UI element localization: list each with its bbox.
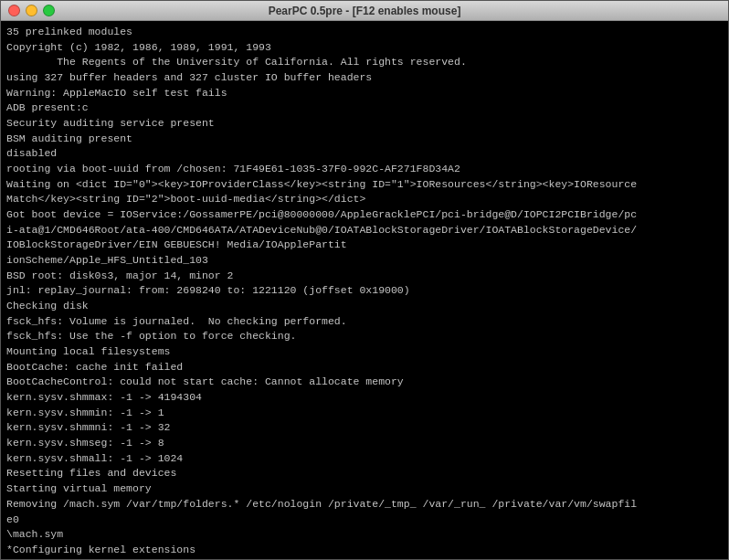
terminal-line: kern.sysv.shmall: -1 -> 1024 xyxy=(6,451,723,467)
minimize-button[interactable] xyxy=(26,5,37,16)
terminal-line: The Regents of the University of Califor… xyxy=(6,55,723,70)
terminal-line: Security auditing service present xyxy=(6,116,723,132)
terminal-line: *Configuring kernel extensions xyxy=(6,543,723,558)
terminal-line: kern.sysv.shmmin: -1 -> 1 xyxy=(6,406,723,421)
terminal-line: BSD root: disk0s3, major 14, minor 2 xyxy=(6,269,723,284)
terminal-output: 35 prelinked modulesCopyright (c) 1982, … xyxy=(1,21,728,559)
terminal-line: IOBlockStorageDriver/EIN GEBUESCH! Media… xyxy=(6,238,723,253)
terminal-line: BootCache: cache init failed xyxy=(6,360,723,375)
terminal-line: fsck_hfs: Volume is journaled. No checki… xyxy=(6,314,723,330)
terminal-line: \mach.sym xyxy=(6,527,723,543)
terminal-line: BootCacheControl: could not start cache:… xyxy=(6,375,723,390)
maximize-button[interactable] xyxy=(43,5,55,16)
window-controls[interactable] xyxy=(8,5,55,16)
terminal-line: e0 xyxy=(6,512,723,528)
terminal-line: kern.sysv.shmmni: -1 -> 32 xyxy=(6,420,723,436)
terminal-line: disabled xyxy=(6,146,723,162)
terminal-line: Resetting files and devices xyxy=(6,466,723,481)
terminal-line: Removing /mach.sym /var/tmp/folders.* /e… xyxy=(6,497,723,512)
terminal-line: i-ata@1/CMD646Root/ata-400/CMD646ATA/ATA… xyxy=(6,223,723,238)
terminal-line: jnl: replay_journal: from: 2698240 to: 1… xyxy=(6,283,723,299)
terminal-line: Copyright (c) 1982, 1986, 1989, 1991, 19… xyxy=(6,40,723,56)
terminal-line: 35 prelinked modules xyxy=(6,25,723,40)
terminal-line: kern.sysv.shmmax: -1 -> 4194304 xyxy=(6,390,723,406)
terminal-line: rooting via boot-uuid from /chosen: 71F4… xyxy=(6,162,723,177)
terminal-line: Warning: AppleMacIO self test fails xyxy=(6,86,723,101)
main-window: PearPC 0.5pre - [F12 enables mouse] 35 p… xyxy=(0,0,729,560)
close-button[interactable] xyxy=(8,5,20,16)
terminal-line: Mounting local filesystems xyxy=(6,344,723,360)
terminal-line: ionScheme/Apple_HFS_Untitled_103 xyxy=(6,253,723,269)
terminal-line: fsck_hfs: Use the -f option to force che… xyxy=(6,329,723,344)
terminal-line: ADB present:c xyxy=(6,100,723,116)
terminal-line: kern.sysv.shmseg: -1 -> 8 xyxy=(6,436,723,451)
terminal-line: Starting virtual memory xyxy=(6,481,723,497)
terminal-line: BSM auditing present xyxy=(6,132,723,147)
title-bar: PearPC 0.5pre - [F12 enables mouse] xyxy=(1,1,728,21)
terminal-line: Waiting on <dict ID="0"><key>IOProviderC… xyxy=(6,177,723,193)
terminal-line: Checking disk xyxy=(6,299,723,314)
window-title: PearPC 0.5pre - [F12 enables mouse] xyxy=(269,5,461,17)
terminal-line: using 327 buffer headers and 327 cluster… xyxy=(6,70,723,86)
terminal-line: Got boot device = IOService:/GossamerPE/… xyxy=(6,207,723,223)
terminal-line: Match</key><string ID="2">boot-uuid-medi… xyxy=(6,192,723,207)
